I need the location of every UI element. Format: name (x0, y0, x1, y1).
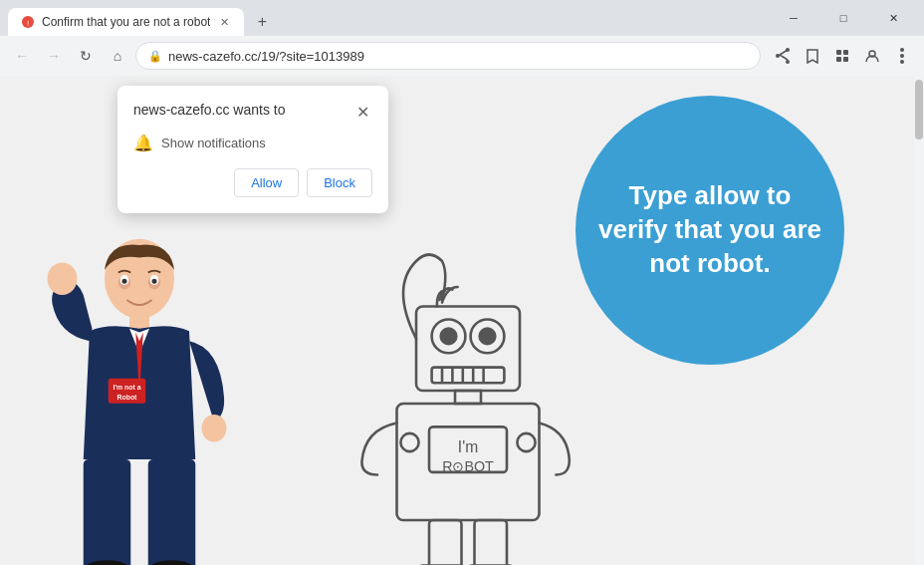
tab-favicon: ! (20, 14, 36, 30)
bookmark-button[interactable] (799, 42, 826, 70)
svg-rect-31 (429, 520, 462, 565)
blue-circle-text: Type allow to verify that you are not ro… (576, 159, 844, 300)
toolbar-icons (769, 42, 916, 70)
minimize-button[interactable]: ─ (771, 2, 816, 34)
profile-button[interactable] (858, 42, 886, 70)
share-button[interactable] (769, 42, 797, 70)
home-button[interactable]: ⌂ (104, 42, 131, 70)
svg-rect-7 (836, 57, 841, 62)
svg-text:Robot: Robot (117, 394, 138, 401)
svg-text:I'm: I'm (458, 438, 478, 455)
svg-point-29 (400, 433, 418, 451)
svg-point-41 (202, 415, 227, 442)
title-bar: ! Confirm that you are not a robot ✕ + ─… (0, 0, 924, 36)
illustration-area: Type allow to verify that you are not ro… (0, 76, 924, 565)
page-content: Type allow to verify that you are not ro… (0, 76, 924, 565)
svg-rect-32 (475, 520, 508, 565)
popup-body: 🔔 Show notifications (133, 134, 372, 152)
url-text: news-cazefo.cc/19/?site=1013989 (168, 49, 748, 64)
new-tab-button[interactable]: + (248, 8, 276, 36)
window-controls: ─ □ ✕ (771, 2, 916, 34)
svg-point-50 (122, 279, 127, 284)
address-bar-row: ← → ↻ ⌂ 🔒 news-cazefo.cc/19/?site=101398… (0, 36, 924, 76)
robot-sketch: I'm R⊙BOT (339, 235, 597, 534)
svg-point-11 (900, 54, 904, 58)
svg-rect-8 (843, 57, 848, 62)
svg-point-12 (900, 60, 904, 64)
svg-point-30 (517, 433, 535, 451)
block-button[interactable]: Block (307, 168, 372, 197)
tab-title: Confirm that you are not a robot (42, 15, 210, 29)
close-button[interactable]: ✕ (870, 2, 916, 34)
bell-icon: 🔔 (133, 134, 153, 152)
popup-title: news-cazefo.cc wants to (133, 102, 286, 118)
tab-close-button[interactable]: ✕ (216, 14, 232, 30)
svg-point-40 (48, 263, 78, 296)
maximize-icon: □ (840, 12, 847, 24)
menu-button[interactable] (888, 42, 916, 70)
svg-rect-43 (148, 459, 196, 565)
popup-actions: Allow Block (133, 168, 372, 197)
svg-point-17 (480, 329, 496, 345)
svg-point-2 (786, 48, 790, 52)
address-bar[interactable]: 🔒 news-cazefo.cc/19/?site=1013989 (135, 42, 761, 70)
man-illustration: I'm not a Robot (40, 235, 239, 534)
active-tab[interactable]: ! Confirm that you are not a robot ✕ (8, 8, 244, 36)
lock-icon: 🔒 (148, 50, 162, 63)
forward-button[interactable]: → (40, 42, 68, 70)
svg-point-10 (900, 48, 904, 52)
extensions-button[interactable] (828, 42, 856, 70)
scrollbar-thumb[interactable] (915, 80, 923, 140)
browser-window: ! Confirm that you are not a robot ✕ + ─… (0, 0, 924, 565)
svg-rect-6 (843, 50, 848, 55)
minimize-icon: ─ (790, 12, 798, 24)
back-button[interactable]: ← (8, 42, 36, 70)
svg-text:!: ! (27, 19, 29, 28)
refresh-button[interactable]: ↻ (72, 42, 100, 70)
svg-point-16 (441, 329, 457, 345)
svg-rect-42 (84, 459, 131, 565)
svg-rect-24 (455, 391, 481, 404)
blue-circle: Type allow to verify that you are not ro… (576, 96, 844, 365)
allow-button[interactable]: Allow (234, 168, 299, 197)
maximize-button[interactable]: □ (820, 2, 866, 34)
svg-point-3 (786, 60, 790, 64)
close-window-icon: ✕ (889, 12, 898, 25)
scrollbar[interactable] (914, 76, 924, 565)
popup-close-button[interactable]: ✕ (352, 102, 372, 122)
svg-point-4 (776, 54, 780, 58)
svg-point-51 (152, 279, 157, 284)
popup-body-text: Show notifications (161, 136, 266, 150)
svg-rect-5 (836, 50, 841, 55)
svg-text:I'm not a: I'm not a (114, 384, 141, 391)
svg-text:R⊙BOT: R⊙BOT (442, 458, 494, 474)
notification-popup: news-cazefo.cc wants to ✕ 🔔 Show notific… (117, 86, 388, 213)
tab-bar: ! Confirm that you are not a robot ✕ + (8, 0, 767, 36)
popup-header: news-cazefo.cc wants to ✕ (133, 102, 372, 122)
